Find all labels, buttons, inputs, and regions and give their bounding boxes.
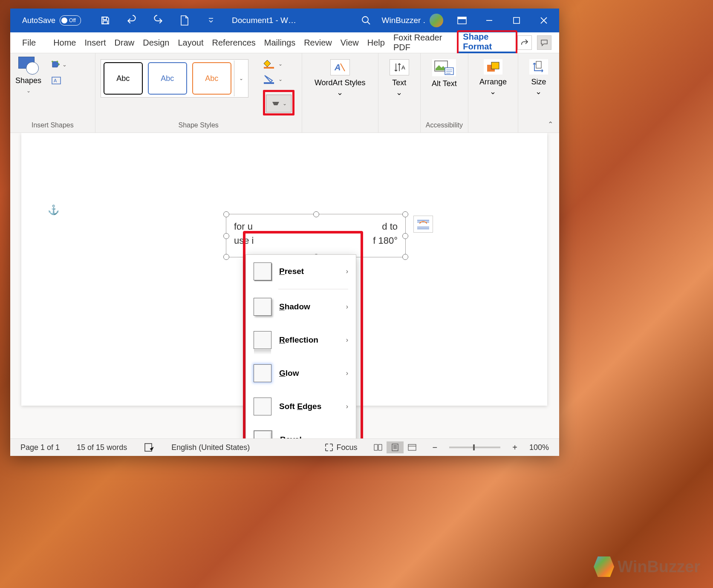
tab-design[interactable]: Design xyxy=(139,32,173,53)
layout-options-icon[interactable] xyxy=(413,216,433,233)
menu-label: Bevel xyxy=(280,435,338,438)
zoom-in-icon[interactable]: + xyxy=(512,443,517,453)
user-account[interactable]: WinBuzzer . xyxy=(382,14,443,27)
arrange-icon xyxy=(484,59,502,75)
style-preset-2[interactable]: Abc xyxy=(148,62,187,95)
toggle-switch[interactable]: Off xyxy=(60,15,81,26)
shape-style-gallery[interactable]: Abc Abc Abc ⌄ xyxy=(101,59,248,98)
spell-check-icon[interactable] xyxy=(144,443,154,452)
close-icon[interactable] xyxy=(535,12,552,29)
style-preset-3[interactable]: Abc xyxy=(192,62,231,95)
group-label-insert-shapes: Insert Shapes xyxy=(15,119,90,129)
tab-shape-format[interactable]: Shape Format xyxy=(459,32,516,53)
avatar-icon xyxy=(430,14,443,27)
undo-icon[interactable] xyxy=(126,15,137,26)
shapes-label: Shapes xyxy=(15,76,41,85)
web-layout-icon[interactable] xyxy=(404,441,421,453)
zoom-slider[interactable] xyxy=(449,447,500,448)
resize-handle[interactable] xyxy=(223,211,229,217)
document-canvas[interactable]: ⚓ for u use i d to f 180° xyxy=(10,133,559,438)
zoom-out-icon[interactable]: − xyxy=(433,443,438,453)
redo-icon[interactable] xyxy=(153,15,164,26)
tab-home[interactable]: Home xyxy=(49,32,80,53)
shape-effects-button[interactable]: ⌄ xyxy=(266,95,292,112)
tab-mailings[interactable]: Mailings xyxy=(260,32,300,53)
menu-item-shadow[interactable]: Shadow › xyxy=(246,290,356,323)
watermark: WinBuzzer xyxy=(594,556,700,577)
menu-label: Reflection xyxy=(279,335,338,345)
menu-item-reflection[interactable]: Reflection › xyxy=(246,323,356,357)
collapse-ribbon-icon[interactable]: ⌃ xyxy=(548,120,553,128)
menu-item-preset[interactable]: Preset › xyxy=(246,255,356,288)
text-box-icon[interactable]: A xyxy=(52,75,67,86)
qat-more-icon[interactable] xyxy=(205,15,216,26)
comments-icon[interactable] xyxy=(537,35,551,50)
shape-outline-button[interactable]: ⌄ xyxy=(263,75,294,84)
style-preset-1[interactable]: Abc xyxy=(104,62,143,95)
effects-button-highlight: ⌄ xyxy=(263,90,294,115)
ribbon-mode-icon[interactable] xyxy=(453,12,471,29)
tab-insert[interactable]: Insert xyxy=(81,32,110,53)
group-label-shape-styles: Shape Styles xyxy=(101,119,297,129)
resize-handle[interactable] xyxy=(402,211,408,217)
tab-help[interactable]: Help xyxy=(363,32,389,53)
quick-access-toolbar xyxy=(100,15,216,26)
focus-mode[interactable]: Focus xyxy=(325,443,358,452)
resize-handle[interactable] xyxy=(223,254,229,260)
page-count[interactable]: Page 1 of 1 xyxy=(20,443,60,452)
svg-rect-10 xyxy=(264,82,274,84)
shapes-button[interactable]: Shapes ⌄ xyxy=(15,57,41,94)
share-icon[interactable] xyxy=(517,35,532,50)
word-count[interactable]: 15 of 15 words xyxy=(77,443,127,452)
shape-fill-button[interactable]: ⌄ xyxy=(263,59,294,69)
resize-handle[interactable] xyxy=(223,233,229,239)
edit-shape-icon[interactable]: ⌄ xyxy=(52,59,67,69)
watermark-text: WinBuzzer xyxy=(618,558,700,576)
zoom-level[interactable]: 100% xyxy=(529,443,549,452)
ribbon-tabs: File Home Insert Draw Design Layout Refe… xyxy=(10,32,559,53)
svg-rect-14 xyxy=(445,68,453,75)
selected-textbox[interactable]: for u use i d to f 180° xyxy=(226,214,406,257)
reflection-icon xyxy=(254,331,271,349)
arrange-button[interactable]: Arrange⌄ xyxy=(473,57,513,100)
group-arrange: Arrange⌄ xyxy=(468,53,518,133)
svg-rect-17 xyxy=(536,61,541,68)
menu-item-glow[interactable]: Glow › xyxy=(246,357,356,390)
group-wordart: A WordArt Styles ⌄ xyxy=(302,53,378,133)
group-insert-shapes: Shapes ⌄ ⌄ A Insert Shapes xyxy=(10,53,95,133)
new-doc-icon[interactable] xyxy=(179,15,190,26)
gallery-more-icon[interactable]: ⌄ xyxy=(234,61,248,96)
tab-layout[interactable]: Layout xyxy=(173,32,208,53)
tab-references[interactable]: References xyxy=(208,32,260,53)
alt-text-button[interactable]: Alt Text xyxy=(426,57,463,91)
save-icon[interactable] xyxy=(100,15,111,26)
group-text: A Text⌄ xyxy=(378,53,421,133)
preset-icon xyxy=(254,262,271,280)
print-layout-icon[interactable] xyxy=(387,441,404,453)
menu-separator xyxy=(278,289,348,289)
read-mode-icon[interactable] xyxy=(369,441,387,453)
zoom-thumb[interactable] xyxy=(473,444,475,450)
titlebar: AutoSave Off Document1 - W… WinBuzzer . xyxy=(10,9,559,32)
language[interactable]: English (United States) xyxy=(171,443,250,452)
resize-handle[interactable] xyxy=(402,233,408,239)
search-icon[interactable] xyxy=(361,15,372,26)
tab-view[interactable]: View xyxy=(336,32,363,53)
svg-rect-19 xyxy=(392,444,398,451)
svg-point-6 xyxy=(58,63,60,65)
tab-draw[interactable]: Draw xyxy=(110,32,139,53)
menu-item-soft-edges[interactable]: Soft Edges › xyxy=(246,390,356,423)
menu-item-bevel[interactable]: Bevel › xyxy=(246,423,356,438)
size-button[interactable]: Size⌄ xyxy=(523,57,554,100)
autosave-toggle[interactable]: AutoSave Off xyxy=(22,15,81,26)
wordart-button[interactable]: A WordArt Styles ⌄ xyxy=(307,57,373,101)
tab-review[interactable]: Review xyxy=(300,32,336,53)
minimize-icon[interactable] xyxy=(481,12,498,29)
text-button[interactable]: A Text⌄ xyxy=(384,57,415,101)
arrange-label: Arrange⌄ xyxy=(479,77,507,97)
resize-handle[interactable] xyxy=(313,211,319,217)
resize-handle[interactable] xyxy=(402,254,408,260)
tab-foxit[interactable]: Foxit Reader PDF xyxy=(389,32,457,53)
tab-file[interactable]: File xyxy=(18,32,40,53)
maximize-icon[interactable] xyxy=(508,12,525,29)
